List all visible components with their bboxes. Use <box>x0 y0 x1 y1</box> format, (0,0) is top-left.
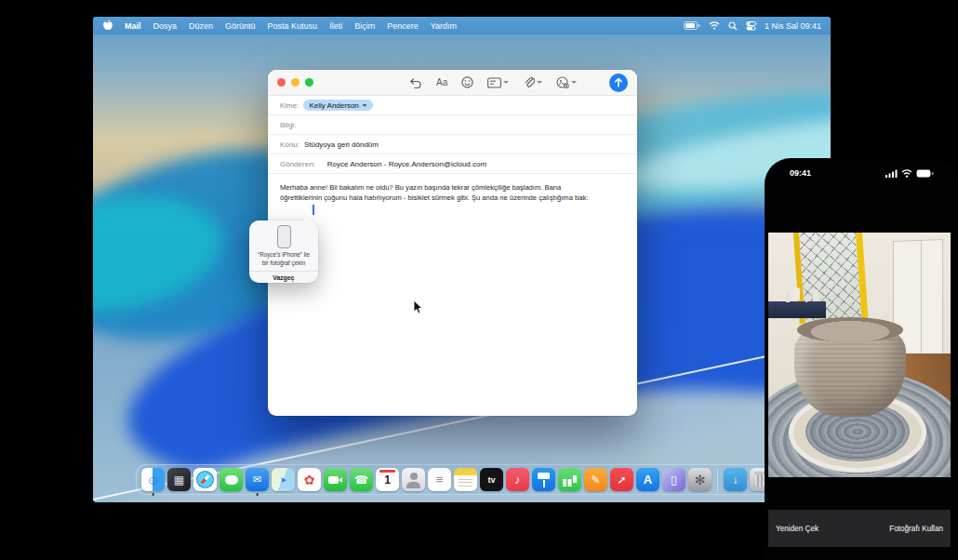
chevron-down-icon <box>362 104 366 106</box>
recipient-name: Kelly Anderson <box>309 101 358 110</box>
calendar-icon: 1 <box>384 473 391 487</box>
chevron-down-icon <box>571 81 577 84</box>
to-label: Kime: <box>280 101 299 110</box>
dock-icon-phone[interactable]: ☎ <box>350 468 373 491</box>
subject-value: Stüdyoya geri döndüm <box>304 140 379 149</box>
control-center-icon[interactable] <box>746 21 756 31</box>
popup-text-line1: “Royce’s iPhone” ile <box>249 251 318 260</box>
iphone-device: 09:41 <box>765 158 958 560</box>
apple-menu-icon[interactable] <box>102 20 113 32</box>
battery-icon[interactable] <box>684 21 700 30</box>
menu-item-bicim[interactable]: Biçim <box>354 21 375 31</box>
window-controls <box>277 78 313 87</box>
undo-icon[interactable] <box>409 77 422 88</box>
cc-label: Bilgi: <box>280 121 296 129</box>
rocket-icon: ➚ <box>617 473 626 487</box>
retake-button[interactable]: Yeniden Çek <box>776 525 818 533</box>
wifi-icon[interactable] <box>709 21 720 30</box>
dock-icon-calendar[interactable]: 1 <box>376 468 399 491</box>
cc-field[interactable]: Bilgi: <box>268 115 637 135</box>
dock-icon-downloads[interactable]: ↓ <box>724 468 747 491</box>
header-fields-menu[interactable] <box>487 77 509 88</box>
camera-action-bar: Yeniden Çek Fotoğrafı Kullan <box>768 510 951 547</box>
menu-item-duzen[interactable]: Düzen <box>189 21 213 31</box>
dock-icon-maps[interactable]: ➤ <box>272 468 295 491</box>
message-body[interactable]: Merhaba anne! Bil bakalım ne oldu? Bu ya… <box>268 174 614 204</box>
phone-icon: ☎ <box>354 473 368 487</box>
dock-divider <box>717 468 718 491</box>
dock-icon-photos[interactable]: ✿ <box>298 468 321 491</box>
minimize-window-button[interactable] <box>291 78 299 87</box>
subject-label: Konu: <box>280 140 299 149</box>
dock-icon-numbers[interactable] <box>558 468 581 491</box>
menu-bar-left: Mail Dosya Düzen Görüntü Posta Kutusu İl… <box>102 20 457 32</box>
pages-icon: ✎ <box>591 473 600 487</box>
iphone-mirroring-icon: ▯ <box>671 473 677 487</box>
menu-item-yardim[interactable]: Yardım <box>431 21 457 31</box>
mail-compose-window: Aa <box>268 70 637 416</box>
iphone-outline-icon <box>277 225 291 248</box>
subject-field[interactable]: Konu: Stüdyoya geri döndüm <box>268 135 637 154</box>
dock-icon-launchpad[interactable]: ▦ <box>167 468 191 491</box>
menu-item-dosya[interactable]: Dosya <box>153 21 178 31</box>
menu-bar: Mail Dosya Düzen Görüntü Posta Kutusu İl… <box>93 17 831 34</box>
camera-photo-preview <box>768 233 951 477</box>
photos-icon: ✿ <box>304 473 315 487</box>
format-text-icon[interactable]: Aa <box>436 77 447 87</box>
search-icon[interactable] <box>728 21 738 31</box>
from-value: Royce Anderson - Royce.Anderson@icloud.c… <box>327 160 486 168</box>
text-insertion-caret <box>313 205 314 215</box>
dock-icon-notes[interactable] <box>454 468 477 491</box>
dock-icon-music[interactable]: ♪ <box>506 468 529 491</box>
use-photo-button[interactable]: Fotoğrafı Kullan <box>889 525 943 533</box>
dock-icon-iphone-mirroring[interactable]: ▯ <box>662 468 685 491</box>
cancel-button[interactable]: Vazgeç <box>249 272 318 281</box>
dock-icon-keynote[interactable] <box>532 468 555 491</box>
dock-icon-finder[interactable]: ☺ <box>141 468 165 491</box>
wifi-icon <box>901 169 912 178</box>
compose-toolbar-icons: Aa <box>409 76 577 88</box>
launchpad-icon: ▦ <box>174 473 184 487</box>
emoji-icon[interactable] <box>461 76 473 88</box>
insert-photo-icon <box>556 76 569 88</box>
menu-app-name[interactable]: Mail <box>125 21 141 31</box>
dock-icon-mail[interactable]: ✉ <box>246 468 269 491</box>
photo-clay-bowl <box>794 320 906 417</box>
dock-icon-system-settings[interactable]: ✻ <box>688 468 712 491</box>
popup-text-line2: bir fotoğraf çekin <box>249 260 318 268</box>
menu-item-ileti[interactable]: İleti <box>329 21 342 31</box>
zoom-window-button[interactable] <box>305 78 313 87</box>
chevron-down-icon <box>503 81 509 84</box>
dock-icon-reminders[interactable]: ≡ <box>428 468 451 491</box>
music-icon: ♪ <box>514 473 521 487</box>
dock-icon-rocket-app[interactable]: ➚ <box>610 468 633 491</box>
dock-icon-facetime[interactable] <box>324 468 347 491</box>
downloads-folder-icon: ↓ <box>733 473 738 487</box>
menu-item-goruntu[interactable]: Görüntü <box>225 21 256 31</box>
attachment-menu[interactable] <box>523 76 542 88</box>
menu-bar-status: 1 Nis Sal 09:41 <box>684 21 821 31</box>
dock: ☺ ▦ ✉ ➤ ✿ ☎ 1 ≡ tv ♪ ✎ ➚ A ▯ ✻ ↓ <box>136 464 778 495</box>
iphone-status-bar: 09:41 <box>765 168 958 178</box>
from-label: Gönderen: <box>280 160 315 168</box>
recipient-pill[interactable]: Kelly Anderson <box>303 100 372 111</box>
to-field[interactable]: Kime: Kelly Anderson <box>268 96 637 115</box>
header-fields-icon <box>487 77 501 88</box>
send-button[interactable] <box>609 73 628 92</box>
menu-clock[interactable]: 1 Nis Sal 09:41 <box>765 21 821 31</box>
dock-icon-messages[interactable] <box>220 468 243 491</box>
gear-icon: ✻ <box>695 473 706 487</box>
dock-icon-safari[interactable] <box>193 468 217 491</box>
mail-toolbar: Aa <box>268 70 637 96</box>
mouse-pointer <box>413 300 423 314</box>
menu-item-pencere[interactable]: Pencere <box>387 21 419 31</box>
close-window-button[interactable] <box>277 78 286 87</box>
insert-media-menu[interactable] <box>556 76 577 88</box>
from-field[interactable]: Gönderen: Royce Anderson - Royce.Anderso… <box>268 154 637 174</box>
dock-icon-app-store[interactable]: A <box>636 468 659 491</box>
continuity-camera-popup: “Royce’s iPhone” ile bir fotoğraf çekin … <box>249 220 318 283</box>
menu-item-posta-kutusu[interactable]: Posta Kutusu <box>268 21 318 31</box>
dock-icon-tv[interactable]: tv <box>480 468 503 491</box>
dock-icon-contacts[interactable] <box>402 468 425 491</box>
dock-icon-pages[interactable]: ✎ <box>584 468 607 491</box>
